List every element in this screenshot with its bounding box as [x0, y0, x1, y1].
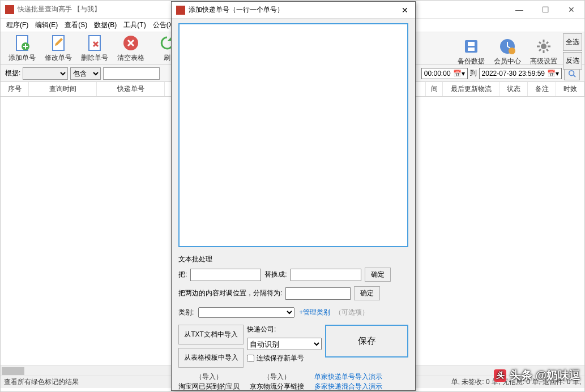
filter-value-input[interactable] — [103, 67, 160, 80]
main-title: 快递批量查询高手 【与我】 — [18, 5, 101, 14]
continuous-save-checkbox[interactable] — [247, 355, 254, 362]
category-label: 类别: — [178, 308, 194, 317]
jd-import-link[interactable]: 京东物流分享链接 — [250, 382, 304, 391]
maximize-button[interactable]: ☐ — [532, 1, 558, 19]
minimize-button[interactable]: — — [506, 1, 532, 19]
watermark: 头 头条 @奶味逗 — [494, 368, 580, 383]
taobao-import-link[interactable]: 淘宝网已买到的宝贝 — [178, 382, 240, 391]
tracking-numbers-textarea[interactable] — [178, 23, 408, 247]
delete-number-button[interactable]: 删除单号 — [78, 33, 112, 64]
menu-data[interactable]: 数据(B) — [92, 19, 119, 31]
continuous-save-row[interactable]: 连续保存新单号 — [247, 354, 322, 363]
svg-rect-6 — [468, 42, 475, 46]
window-controls: — ☐ ✕ — [506, 1, 584, 19]
swap-delimiter-input[interactable] — [285, 287, 351, 300]
filter-root-label: 根据: — [5, 68, 20, 78]
replace-to-label: 替换成: — [264, 270, 287, 279]
status-left: 查看所有绿色标记的结果 — [4, 377, 79, 387]
replace-to-input[interactable] — [291, 269, 361, 281]
menu-edit[interactable]: 编辑(E) — [33, 19, 60, 31]
close-button[interactable]: ✕ — [558, 1, 584, 19]
select-all-button[interactable]: 全选 — [563, 33, 582, 51]
edit-doc-icon — [49, 34, 67, 52]
watermark-logo-icon: 头 — [494, 369, 506, 382]
clear-icon — [122, 34, 140, 52]
svg-rect-7 — [468, 48, 475, 51]
replace-from-input[interactable] — [190, 269, 261, 281]
svg-point-9 — [509, 48, 515, 54]
text-batch-label: 文本批处理 — [178, 255, 408, 264]
add-tracking-dialog: 添加快递单号（一行一个单号） ✕ 文本批处理 把: 替换成: 确定 把两边的内容… — [171, 1, 416, 391]
optional-label: （可选项） — [335, 308, 369, 317]
app-icon — [5, 5, 14, 14]
calendar-icon: 📅▾ — [547, 70, 559, 77]
save-button[interactable]: 保存 — [325, 325, 408, 357]
jd-import-small: （导入） — [263, 372, 291, 382]
settings-icon — [535, 37, 553, 55]
courier-company-select[interactable]: 自动识别 — [247, 338, 322, 350]
col-query-time[interactable]: 查询时间 — [29, 82, 97, 96]
dialog-close-button[interactable]: ✕ — [399, 5, 411, 15]
dialog-app-icon — [176, 6, 185, 15]
col-last-update[interactable]: 最后更新物流 — [443, 82, 499, 96]
replace-confirm-button[interactable]: 确定 — [365, 268, 391, 282]
col-remark[interactable]: 备注 — [528, 82, 556, 96]
delete-doc-icon — [86, 34, 104, 52]
add-doc-icon — [13, 34, 31, 52]
search-icon — [568, 70, 576, 77]
backup-button[interactable]: 备份数据 — [454, 36, 488, 67]
col-tracking-number[interactable]: 快递单号 — [97, 82, 165, 96]
scrollbar-thumb[interactable] — [2, 367, 24, 375]
clear-table-button[interactable]: 清空表格 — [114, 33, 148, 64]
dialog-title: 添加快递单号（一行一个单号） — [189, 5, 284, 15]
calendar-icon: 📅▾ — [453, 70, 465, 77]
menu-tools[interactable]: 工具(T) — [121, 19, 148, 31]
invert-select-button[interactable]: 反选 — [563, 52, 582, 70]
col-interval[interactable]: 间 — [426, 82, 443, 96]
member-center-button[interactable]: 会员中心 — [490, 36, 524, 67]
taobao-import-small: （导入） — [195, 372, 223, 382]
add-number-button[interactable]: 添加单号 — [5, 33, 39, 64]
import-template-button[interactable]: 从表格模板中导入 — [178, 348, 244, 368]
swap-label: 把两边的内容对调位置，分隔符为: — [178, 288, 282, 298]
save-db-icon — [462, 37, 480, 55]
member-icon — [498, 37, 516, 55]
swap-confirm-button[interactable]: 确定 — [354, 286, 380, 300]
import-txt-button[interactable]: 从TXT文档中导入 — [178, 325, 244, 344]
manage-category-link[interactable]: +管理类别 — [299, 308, 330, 317]
advanced-settings-button[interactable]: 高级设置 — [527, 36, 561, 67]
svg-point-10 — [541, 44, 546, 49]
demo-single-link[interactable]: 单家快递单号导入演示 — [314, 372, 382, 382]
svg-point-11 — [569, 70, 574, 75]
courier-company-label: 快递公司: — [247, 325, 322, 334]
menu-program[interactable]: 程序(F) — [4, 19, 31, 31]
dialog-titlebar: 添加快递单号（一行一个单号） ✕ — [172, 2, 415, 19]
col-status[interactable]: 状态 — [499, 82, 528, 96]
replace-from-label: 把: — [178, 270, 187, 279]
col-effect[interactable]: 时效 — [556, 82, 584, 96]
col-seq[interactable]: 序号 — [1, 82, 29, 96]
to-label: 到 — [470, 68, 477, 78]
filter-field-select[interactable] — [23, 67, 68, 80]
category-select[interactable] — [198, 307, 294, 318]
filter-op-select[interactable]: 包含 — [70, 67, 101, 80]
demo-multi-link[interactable]: 多家快递混合导入演示 — [314, 382, 382, 391]
menu-view[interactable]: 查看(S) — [62, 19, 89, 31]
edit-number-button[interactable]: 修改单号 — [41, 33, 75, 64]
